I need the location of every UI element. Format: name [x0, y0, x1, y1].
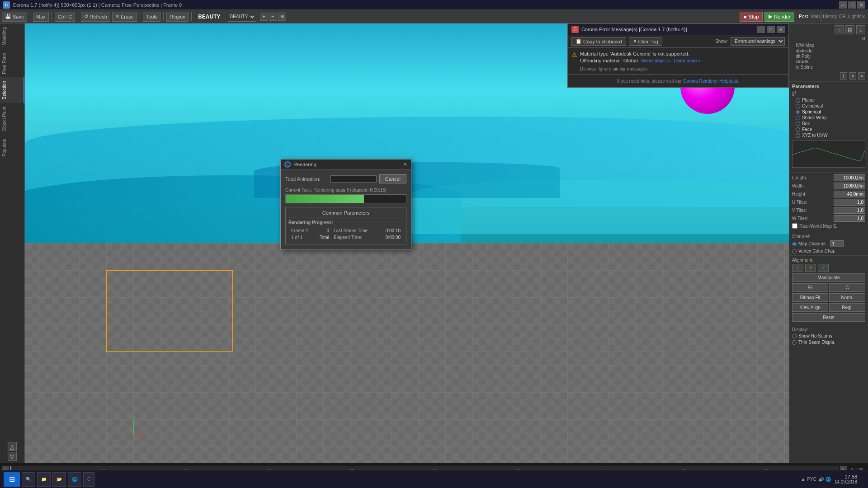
tools-button[interactable]: Tools — [143, 12, 161, 22]
view-align-btn[interactable]: View Align — [792, 303, 828, 312]
width-input[interactable] — [834, 183, 865, 189]
radio-spherical[interactable]: Spherical — [796, 109, 865, 114]
prop-icon1[interactable]: ≡ — [835, 25, 844, 34]
radio-dot-xyz-uvw — [796, 133, 800, 138]
helpdesk-link[interactable]: Corona Renderer Helpdesk. — [683, 79, 740, 84]
tab-history[interactable]: History — [822, 12, 838, 21]
taskbar-files[interactable]: 📂 — [52, 472, 66, 487]
map-channel-input[interactable] — [830, 240, 844, 247]
manipulate-btn[interactable]: Manipulate — [792, 273, 865, 282]
w-tiles-row: W Tiles: — [792, 215, 865, 222]
radio-xyz-uvw[interactable]: XYZ to UVW — [796, 133, 865, 138]
ctrl-c-button[interactable]: Ctrl+C — [55, 12, 75, 22]
real-world-checkbox[interactable] — [792, 223, 797, 229]
tab-dr[interactable]: DR — [838, 12, 847, 21]
copy-clipboard-btn[interactable]: 📋 Copy to clipboard — [571, 37, 626, 46]
erase-icon: ✕ — [115, 14, 119, 19]
svg-line-2 — [860, 145, 865, 161]
minimize-btn[interactable]: — — [839, 1, 847, 9]
sidebar-tab-objectpaint[interactable]: Object Paint — [0, 103, 24, 135]
tray-chevron[interactable]: ▲ — [801, 477, 805, 482]
taskbar-explorer[interactable]: 📁 — [37, 472, 51, 487]
w-tiles-label: W Tiles: — [792, 216, 834, 221]
align-z-btn[interactable]: Z — [818, 264, 829, 272]
center-btn[interactable]: C — [829, 283, 865, 292]
render-button[interactable]: ▶ Render — [764, 12, 794, 22]
radio-box[interactable]: Box — [796, 121, 865, 126]
sidebar-tab-freeform[interactable]: Free Form — [0, 49, 24, 78]
select-object-link[interactable]: Select object » — [641, 58, 671, 63]
radio-map-channel[interactable]: Map Channel: — [792, 240, 865, 247]
sidebar-tab-populate[interactable]: Populate — [0, 135, 24, 160]
taskbar-app[interactable]: C — [83, 472, 94, 487]
prop-icon3[interactable]: ↓ — [856, 25, 865, 34]
stop-icon: ■ — [744, 14, 747, 19]
beauty-select[interactable]: BEAUTY — [228, 12, 256, 22]
radio-vertex-color[interactable]: Vertex Color Char. — [792, 249, 865, 253]
windows-start-btn[interactable]: ⊞ — [4, 472, 20, 487]
u-tiles-input[interactable] — [834, 199, 865, 206]
error-max-btn[interactable]: □ — [767, 26, 775, 33]
tab-stats[interactable]: Stats — [809, 12, 822, 21]
maximize-btn[interactable]: □ — [848, 1, 856, 9]
sidebar-arrow-down[interactable]: ▽ — [8, 452, 17, 461]
v-tiles-input[interactable] — [834, 207, 865, 214]
tray-network[interactable]: 🌐 — [826, 477, 831, 482]
ignore-similar-btn[interactable]: Ignore similar messages — [599, 66, 647, 71]
radio-planar[interactable]: Planar — [796, 98, 865, 103]
taskbar-browser[interactable]: 🌐 — [68, 472, 81, 487]
dismiss-btn[interactable]: Dismiss — [580, 66, 596, 71]
w-tiles-input[interactable] — [834, 215, 865, 222]
prop-icon2[interactable]: ⊞ — [845, 25, 854, 34]
align-x-btn[interactable]: X — [792, 264, 803, 272]
align-2-btn[interactable]: ∧ — [849, 72, 856, 80]
region-button[interactable]: Region — [166, 12, 189, 22]
fit-view-btn[interactable]: ⊞ — [278, 13, 286, 21]
sidebar-tab-selection[interactable]: Selection — [0, 77, 24, 103]
save-button[interactable]: 💾 Save — [2, 12, 27, 22]
clear-log-btn[interactable]: ✕ Clear log — [629, 37, 662, 46]
error-min-btn[interactable]: — — [757, 26, 765, 33]
zoom-in-btn[interactable]: + — [260, 13, 268, 21]
length-input[interactable] — [834, 174, 865, 181]
radio-thin-seam[interactable]: Thin Seam Displa. — [792, 340, 865, 345]
tab-lightmix[interactable]: LightMix — [847, 12, 866, 21]
radio-face[interactable]: Face — [796, 127, 865, 132]
render-dialog-title: C Rendering ✕ — [281, 160, 411, 170]
taskbar-search[interactable]: 🔍 — [22, 472, 35, 487]
fit-btn[interactable]: Fit — [792, 283, 828, 292]
radio-no-seams[interactable]: Show No Seams — [792, 333, 865, 338]
show-filter-select[interactable]: Errors and warnings — [731, 37, 785, 46]
normal-btn[interactable]: Norm. — [829, 293, 865, 302]
bitmap-fit-btn[interactable]: Bitmap Fit — [792, 293, 828, 302]
sidebar-arrow-up[interactable]: △ — [8, 442, 17, 451]
render-dialog-close[interactable]: ✕ — [403, 161, 407, 168]
reset-btn[interactable]: Reset — [792, 313, 865, 322]
align-y-btn[interactable]: Y — [805, 264, 816, 272]
cancel-btn[interactable]: Cancel — [379, 174, 406, 183]
render-dialog-body: Total Animation: Cancel Current Task: Re… — [281, 170, 411, 249]
refresh-button[interactable]: ↺ Refresh — [81, 12, 110, 22]
v-tiles-row: V Tiles: — [792, 207, 865, 214]
close-btn[interactable]: ✕ — [857, 1, 865, 9]
sidebar-tab-modeling[interactable]: Modeling — [0, 23, 24, 49]
learn-more-link[interactable]: Learn more » — [674, 58, 700, 63]
alignment-label: Alignment: — [792, 258, 865, 263]
height-input[interactable] — [834, 191, 865, 197]
stop-button[interactable]: ■ Stop — [740, 12, 763, 22]
align-1-btn[interactable]: | — [840, 72, 847, 80]
radio-dot-no-seams — [792, 334, 797, 338]
tab-post[interactable]: Post — [798, 12, 809, 21]
erase-button[interactable]: ✕ Erase — [112, 12, 137, 22]
radio-shrinkwrap[interactable]: Shrink Wrap — [796, 115, 865, 120]
error-close-btn[interactable]: ✕ — [777, 26, 785, 33]
zoom-out-btn[interactable]: − — [269, 13, 277, 21]
radio-dot-vertex-color — [792, 249, 797, 253]
tray-speaker[interactable]: 🔊 — [818, 477, 824, 482]
align-3-btn[interactable]: ≡ — [858, 72, 865, 80]
max-button[interactable]: Max — [33, 12, 49, 22]
radio-cylindrical[interactable]: Cylindrical — [796, 103, 865, 108]
error-panel-titlebar: C Corona Error Message(s) [Corona 1.7 (h… — [568, 24, 788, 35]
display-section: Display: Show No Seams Thin Seam Displa. — [789, 325, 868, 347]
region-btn[interactable]: Regi. — [829, 303, 865, 312]
